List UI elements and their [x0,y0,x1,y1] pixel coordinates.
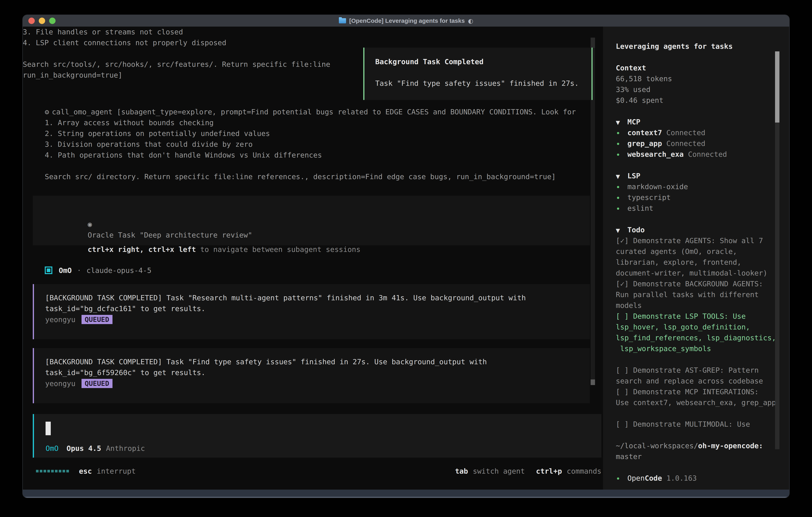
terminal-line: 1. Array access without bounds checking [45,117,576,128]
todo-line: Run parallel tasks with different [616,289,781,300]
message-line: task_id="bg_dcfac161" to get results. [45,303,205,314]
sidebar-scrollbar-track[interactable] [775,123,779,449]
minimize-button[interactable] [39,18,45,24]
green-dot-icon [616,193,628,201]
terminal-line: 3. Division operations that could divide… [45,139,576,150]
workspace-path: ~/local-workspaces/oh-my-opencode: [616,440,781,451]
green-dot-icon [616,139,628,147]
traffic-lights [28,15,56,27]
workspace-branch: master [616,451,781,462]
todo-line: [ ] Demonstrate AST-GREP: Pattern [616,365,781,376]
tool-call-block: ⚙call_omo_agent [subagent_type=explore, … [45,107,576,182]
shortcut-keys: ctrl+x right, ctrl+x left [88,245,196,253]
message-author: yeongyu [45,316,76,324]
lsp-item: eslint [616,203,781,214]
input-provider-name: Anthropic [106,444,145,453]
lsp-section-header[interactable]: LSP [616,170,781,181]
todo-line: lsp_find_references, lsp_diagnostics, [616,332,781,343]
window-title-text: [OpenCode] Leveraging agents for tasks [349,18,465,24]
status-badge: QUEUED [82,379,113,388]
terminal-main: 3. File handles or streams not closed4. … [23,27,603,490]
todo-section-header[interactable]: Todo [616,224,781,235]
agent-session-header[interactable]: OmO · claude-opus-4-5 [45,265,151,276]
ctrlp-key-label: commands [567,467,601,475]
folder-icon [339,18,346,23]
input-model-name: Opus 4.5 [66,444,101,453]
mcp-item: websearch_exa Connected [616,149,781,160]
todo-line [616,408,781,419]
activity-dots-icon [36,470,70,472]
agent-square-icon [45,267,52,274]
tab-key-hint: tab [455,467,468,475]
app-version: OpenCode1.0.163 [616,473,781,484]
moon-icon: ◐ [468,18,473,24]
collapse-arrow-icon [616,172,628,180]
shortcut-hint: to navigate between subagent sessions [196,245,360,253]
terminal-line: 3. File handles or streams not closed [23,27,603,37]
background-task-message: [BACKGROUND TASK COMPLETED] Task "Find t… [33,348,590,403]
todo-line [616,354,781,365]
collapse-arrow-icon [616,118,628,126]
todo-line: lsp_hover, lsp_goto_definition, [616,322,781,332]
tool-call-header: call_omo_agent [subagent_type=explore, p… [52,108,576,116]
fisheye-icon: ◉ [88,220,92,228]
todo-line: [ ] Demonstrate LSP TOOLS: Use [616,311,781,322]
green-dot-icon [616,129,628,137]
screenshot-stage: [OpenCode] Leveraging agents for tasks ◐… [0,0,812,517]
oracle-task-box: ◉ Oracle Task "Deep architecture review"… [33,196,590,245]
maximize-button[interactable] [49,18,56,24]
sidebar: Leveraging agents for tasks Context 66,5… [603,27,789,490]
green-dot-icon [616,474,628,482]
message-author: yeongyu [45,379,76,388]
close-button[interactable] [28,18,35,24]
message-line: [BACKGROUND TASK COMPLETED] Task "Resear… [45,293,526,303]
mcp-section-header[interactable]: MCP [616,116,781,127]
input-agent-name: OmO [46,444,59,453]
todo-line: lsp_workspace_symbols [616,343,781,354]
esc-key-hint: esc [79,467,92,475]
scrollbar-top-segment[interactable] [590,37,595,48]
gear-icon: ⚙ [45,108,49,116]
todo-line: [ ] Demonstrate MULTIMODAL: Use [616,419,781,430]
context-stat: $0.46 spent [616,95,781,106]
lsp-item: markdown-oxide [616,181,781,192]
green-dot-icon [616,183,628,191]
agent-name: OmO [59,266,72,274]
green-dot-icon [616,204,628,212]
green-dot-icon [616,150,628,158]
agent-model: claude-opus-4-5 [87,266,151,274]
status-badge: QUEUED [82,315,113,324]
tab-key-label: switch agent [473,467,525,475]
terminal-line: Search src/ directory. Return specific f… [45,171,576,182]
terminal-line: 2. String operations on potentially unde… [45,128,576,139]
sidebar-session-title: Leveraging agents for tasks [616,41,781,52]
context-stat: 33% used [616,84,781,95]
scrollbar-thumb[interactable] [590,379,595,385]
window-footer [23,490,789,498]
todo-line: [✓] Demonstrate AGENTS: Show all 7 [616,235,781,246]
collapse-arrow-icon [616,226,628,234]
status-bar: esc interrupt tab switch agent ctrl+p co… [36,466,601,477]
mcp-item: grep_app Connected [616,138,781,149]
notification-toast: Background Task Completed Task "Find typ… [363,48,592,100]
terminal-line: 4. Path operations that don't handle Win… [45,150,576,161]
todo-line: models [616,300,781,311]
notification-title: Background Task Completed [375,56,484,67]
prompt-input[interactable]: OmO Opus 4.5 Anthropic [33,414,601,458]
context-stat: 66,518 tokens [616,73,781,84]
terminal-line [45,161,576,171]
message-line: task_id="bg_6f59260c" to get results. [45,367,205,378]
mcp-item: context7 Connected [616,127,781,138]
titlebar: [OpenCode] Leveraging agents for tasks ◐ [23,15,789,27]
ctrlp-key-hint: ctrl+p [536,467,562,475]
sidebar-scrollbar-thumb[interactable] [775,51,779,123]
input-meta: OmO Opus 4.5 Anthropic [46,443,145,454]
background-task-message: [BACKGROUND TASK COMPLETED] Task "Resear… [33,284,590,339]
todo-line: [ ] Demonstrate MCP INTEGRATIONS: [616,386,781,397]
window-title: [OpenCode] Leveraging agents for tasks ◐ [339,18,473,24]
context-heading: Context [616,62,781,73]
text-cursor [46,421,51,435]
separator-dot: · [77,266,81,274]
message-line: [BACKGROUND TASK COMPLETED] Task "Find t… [45,356,487,367]
todo-line: search and replace across codebase [616,376,781,386]
